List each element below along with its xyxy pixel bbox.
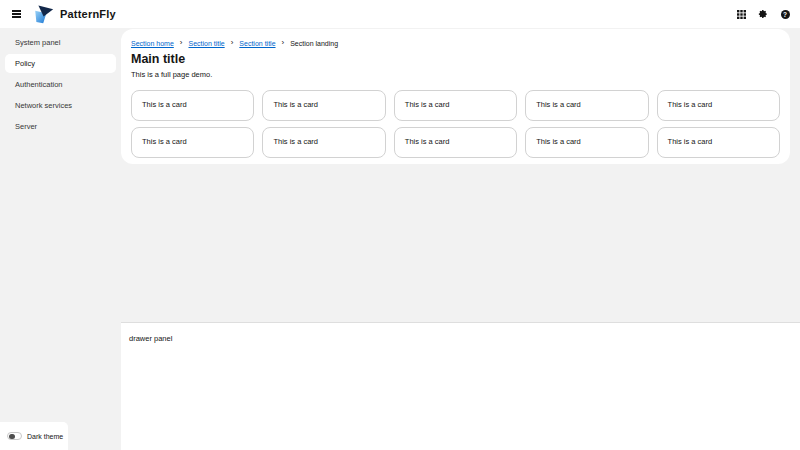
sidebar-item-policy[interactable]: Policy [5, 54, 116, 73]
card: This is a card [262, 90, 385, 121]
patternfly-logo-icon [34, 4, 54, 24]
breadcrumb-separator-icon: › [231, 39, 234, 47]
nav-toggle-hamburger-icon[interactable] [10, 8, 23, 20]
page-layout: System panelPolicyAuthenticationNetwork … [0, 28, 800, 450]
content-spacer [121, 164, 800, 322]
app-launcher-grid-icon[interactable] [736, 9, 746, 19]
masthead: PatternFly ? [0, 0, 800, 28]
card: This is a card [525, 127, 648, 158]
breadcrumb-link[interactable]: Section home [131, 40, 174, 47]
sidebar-nav: System panelPolicyAuthenticationNetwork … [0, 28, 121, 450]
card: This is a card [131, 127, 254, 158]
drawer-panel-label: drawer panel [129, 334, 172, 343]
help-question-icon[interactable]: ? [780, 9, 790, 19]
settings-gear-icon[interactable] [758, 9, 768, 19]
toggle-knob [9, 434, 15, 440]
dark-theme-label: Dark theme [27, 433, 63, 440]
card: This is a card [131, 90, 254, 121]
breadcrumb-link[interactable]: Section title [239, 40, 275, 47]
sidebar-item-authentication[interactable]: Authentication [5, 75, 116, 94]
sidebar-item-network-services[interactable]: Network services [5, 96, 116, 115]
page-subtitle: This is a full page demo. [131, 70, 780, 79]
card: This is a card [262, 127, 385, 158]
content-panel: Section home›Section title›Section title… [121, 29, 790, 164]
breadcrumb-link[interactable]: Section title [188, 40, 224, 47]
masthead-utilities: ? [736, 9, 790, 19]
card: This is a card [657, 90, 780, 121]
main-area: Section home›Section title›Section title… [121, 28, 800, 450]
breadcrumb-separator-icon: › [180, 39, 183, 47]
breadcrumb: Section home›Section title›Section title… [131, 39, 780, 47]
page-title: Main title [131, 52, 780, 66]
card: This is a card [394, 127, 517, 158]
breadcrumb-separator-icon: › [282, 39, 285, 47]
app-screen: PatternFly ? [0, 0, 800, 450]
card: This is a card [525, 90, 648, 121]
theme-toggle-box: Dark theme [0, 422, 68, 450]
card-grid: This is a cardThis is a cardThis is a ca… [131, 90, 780, 158]
dark-theme-toggle[interactable] [7, 432, 22, 441]
breadcrumb-current: Section landing [290, 40, 338, 47]
sidebar-item-system-panel[interactable]: System panel [5, 33, 116, 52]
brand-title: PatternFly [60, 8, 116, 20]
drawer-panel: drawer panel [121, 322, 800, 450]
card: This is a card [657, 127, 780, 158]
sidebar-item-server[interactable]: Server [5, 117, 116, 136]
card: This is a card [394, 90, 517, 121]
